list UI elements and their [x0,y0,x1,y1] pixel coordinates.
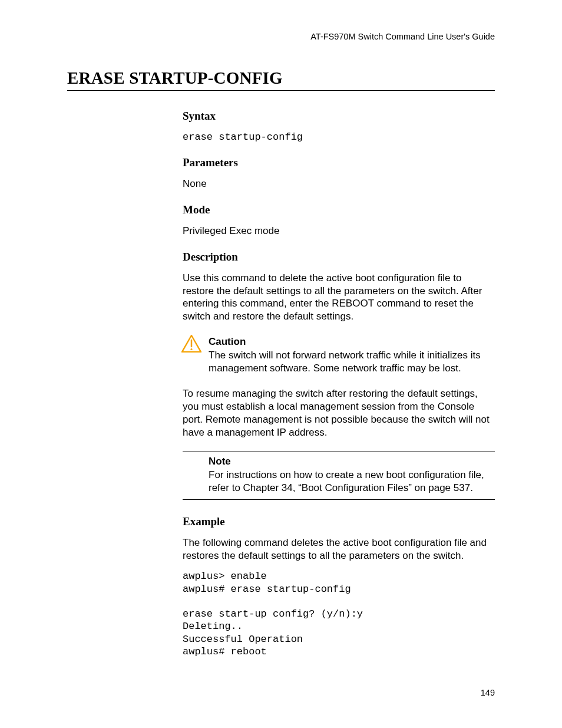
page-number: 149 [481,688,495,697]
page: AT-FS970M Switch Command Line User's Gui… [0,0,562,728]
svg-point-2 [190,348,192,350]
example-intro: The following command deletes the active… [183,536,495,562]
description-heading: Description [183,251,495,263]
mode-heading: Mode [183,203,495,216]
description-para2: To resume managing the switch after rest… [183,387,495,439]
running-head: AT-FS970M Switch Command Line User's Gui… [67,32,495,41]
parameters-text: None [183,177,495,190]
caution-text: The switch will not forward network traf… [209,350,481,374]
syntax-heading: Syntax [183,110,495,123]
note-text: For instructions on how to create a new … [209,469,484,493]
mode-text: Privileged Exec mode [183,225,495,238]
example-code: awplus> enable awplus# erase startup-con… [183,570,495,658]
note-label: Note [209,456,495,467]
page-title: ERASE STARTUP-CONFIG [67,68,495,91]
example-heading: Example [183,515,495,528]
parameters-heading: Parameters [183,156,495,169]
body-column: Syntax erase startup-config Parameters N… [183,92,495,658]
description-para1: Use this command to delete the active bo… [183,272,495,323]
caution-icon [181,335,201,353]
caution-callout: Caution The switch will not forward netw… [183,336,495,375]
syntax-code: erase startup-config [183,131,495,143]
note-box: Note For instructions on how to create a… [183,452,495,500]
caution-label: Caution [209,336,495,348]
